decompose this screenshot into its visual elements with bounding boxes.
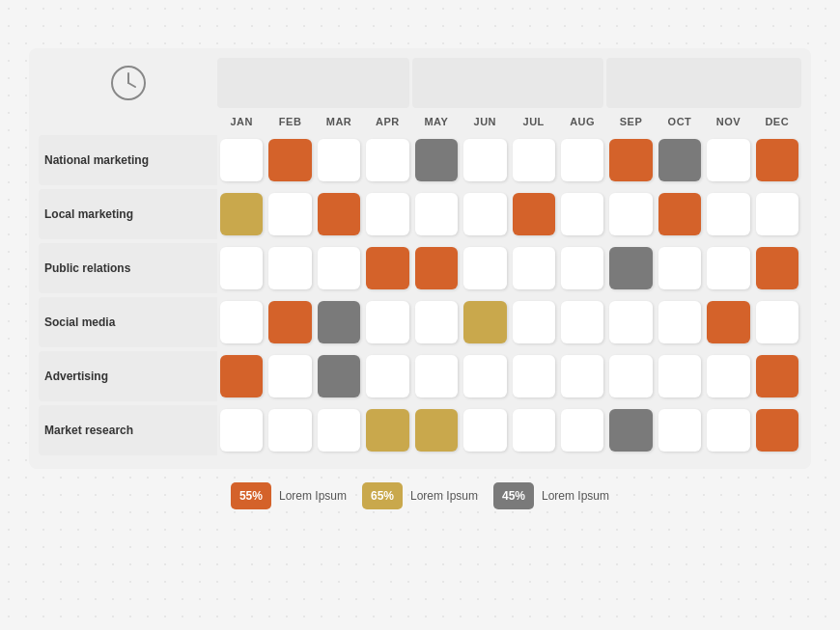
cell-inner-5-3: [366, 409, 408, 452]
month-sep: SEP: [606, 112, 655, 131]
cell-inner-1-7: [561, 193, 603, 235]
calendar-wrapper: JANFEBMARAPRMAYJUNJULAUGSEPOCTNOVDEC Nat…: [29, 48, 811, 469]
month-feb: FEB: [266, 112, 314, 131]
cell-inner-1-8: [609, 193, 652, 235]
cell-4-0: [217, 351, 266, 401]
cell-inner-5-8: [609, 409, 652, 452]
month-mar: MAR: [315, 112, 363, 131]
cell-2-10: [704, 243, 752, 293]
legend-badge-2: 45%: [493, 482, 534, 509]
cell-inner-0-0: [220, 139, 263, 181]
cell-1-10: [704, 189, 752, 239]
cell-3-5: [461, 297, 509, 347]
cell-inner-3-3: [366, 301, 408, 343]
cell-inner-3-8: [609, 301, 652, 343]
cell-inner-4-11: [756, 355, 798, 397]
cell-4-2: [315, 351, 363, 401]
cell-2-7: [558, 243, 606, 293]
cell-5-7: [558, 405, 606, 455]
month-jan: JAN: [217, 112, 266, 131]
cell-3-4: [412, 297, 461, 347]
cell-1-2: [315, 189, 363, 239]
cell-1-7: [558, 189, 606, 239]
clock-cell: [39, 58, 217, 108]
cell-0-9: [656, 135, 704, 185]
cell-inner-3-0: [220, 301, 263, 343]
cell-inner-2-9: [658, 247, 701, 289]
cell-2-8: [606, 243, 655, 293]
month-oct: OCT: [656, 112, 704, 131]
quarter-1-header: [217, 58, 409, 108]
cell-inner-1-9: [658, 193, 701, 235]
lorem-ipsum-label: [39, 120, 217, 123]
cell-0-0: [217, 135, 266, 185]
cell-inner-1-6: [513, 193, 555, 235]
cell-inner-2-6: [513, 247, 555, 289]
month-aug: AUG: [558, 112, 606, 131]
cell-inner-0-8: [609, 139, 652, 181]
cell-2-5: [461, 243, 509, 293]
cell-1-3: [363, 189, 411, 239]
legend-text-2: Lorem Ipsum: [542, 489, 609, 503]
cell-5-3: [363, 405, 411, 455]
cell-inner-0-4: [415, 139, 458, 181]
cell-inner-4-9: [658, 355, 701, 397]
cell-inner-2-2: [318, 247, 360, 289]
cell-0-4: [412, 135, 461, 185]
row-social-media: Social media: [39, 297, 801, 347]
cell-1-0: [217, 189, 266, 239]
row-national-marketing: National marketing: [39, 135, 801, 185]
quarter-3-header: [606, 58, 801, 108]
cell-2-1: [266, 243, 314, 293]
cell-inner-4-5: [463, 355, 506, 397]
legend-item-0: 55%Lorem Ipsum: [231, 482, 347, 509]
cell-inner-1-11: [756, 193, 798, 235]
cell-2-4: [412, 243, 461, 293]
cell-4-4: [412, 351, 461, 401]
cell-3-11: [753, 297, 801, 347]
cell-5-1: [266, 405, 314, 455]
cell-inner-5-7: [561, 409, 603, 452]
cell-4-6: [510, 351, 558, 401]
cell-5-6: [510, 405, 558, 455]
cell-inner-5-5: [463, 409, 506, 452]
cell-inner-0-7: [561, 139, 603, 181]
cell-inner-3-2: [318, 301, 360, 343]
cell-1-9: [656, 189, 704, 239]
cell-0-6: [510, 135, 558, 185]
cell-5-4: [412, 405, 461, 455]
cell-inner-1-5: [463, 193, 506, 235]
cell-inner-5-10: [707, 409, 749, 452]
main-container: JANFEBMARAPRMAYJUNJULAUGSEPOCTNOVDEC Nat…: [0, 0, 840, 529]
month-jul: JUL: [510, 112, 558, 131]
cell-inner-2-5: [463, 247, 506, 289]
cell-1-4: [412, 189, 461, 239]
cell-1-6: [510, 189, 558, 239]
cell-4-8: [606, 351, 655, 401]
row-label-5: Market research: [39, 405, 217, 455]
cell-inner-4-1: [268, 355, 311, 397]
cell-5-5: [461, 405, 509, 455]
cell-inner-4-6: [513, 355, 555, 397]
cell-inner-4-2: [318, 355, 360, 397]
cell-0-3: [363, 135, 411, 185]
row-market-research: Market research: [39, 405, 801, 455]
cell-inner-2-1: [268, 247, 311, 289]
cell-4-1: [266, 351, 314, 401]
month-may: MAY: [412, 112, 461, 131]
cell-1-5: [461, 189, 509, 239]
cell-inner-2-3: [366, 247, 408, 289]
cell-inner-2-8: [609, 247, 652, 289]
cell-inner-3-6: [513, 301, 555, 343]
month-apr: APR: [363, 112, 411, 131]
cell-0-11: [753, 135, 801, 185]
legend-badge-1: 65%: [362, 482, 403, 509]
cell-4-11: [753, 351, 801, 401]
cell-4-10: [704, 351, 752, 401]
quarter-header-row: [39, 58, 801, 108]
cell-5-9: [656, 405, 704, 455]
cell-inner-4-7: [561, 355, 603, 397]
cell-2-11: [753, 243, 801, 293]
month-dec: DEC: [753, 112, 801, 131]
row-local-marketing: Local marketing: [39, 189, 801, 239]
